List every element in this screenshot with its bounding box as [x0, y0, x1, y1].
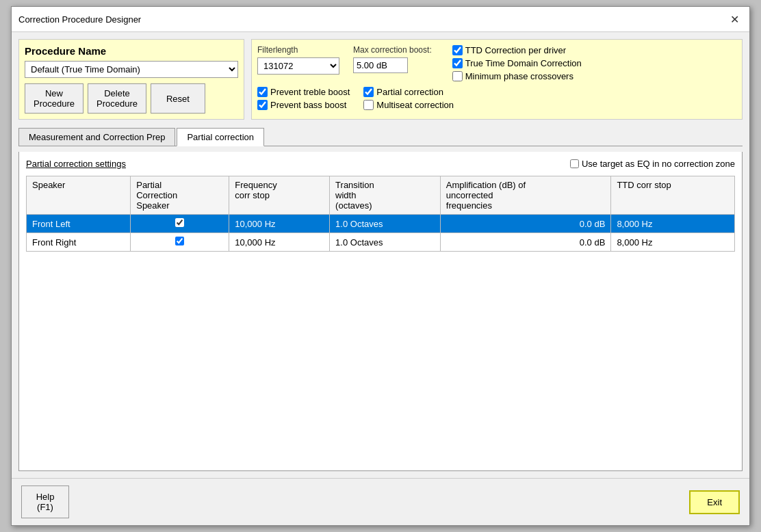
cell-partial-correction-speaker[interactable]	[131, 215, 229, 233]
procedure-name-label: Procedure Name	[25, 45, 238, 57]
prevent-bass-row: Prevent bass boost	[257, 100, 350, 110]
multiseat-row: Multiseat correction	[363, 100, 454, 110]
true-time-domain-checkbox[interactable]	[452, 58, 463, 68]
dialog-window: Correction Procedure Designer ✕ Procedur…	[11, 6, 750, 526]
true-time-domain-label: True Time Domain Correction	[465, 58, 582, 68]
tabs-row: Measurement and Correction Prep Partial …	[18, 128, 743, 146]
minimum-phase-row: Minimum phase crossovers	[452, 71, 582, 81]
filterlength-group: Filterlength 131072	[257, 45, 339, 81]
right-checkboxes: TTD Correction per driver True Time Doma…	[452, 45, 582, 81]
filterlength-row: 131072	[257, 57, 339, 75]
cell-amplification: 0.0 dB	[440, 215, 611, 233]
checkboxes-col2: Partial correction Multiseat correction	[363, 87, 454, 110]
partial-correction-label: Partial correction	[376, 87, 443, 97]
minimum-phase-label: Minimum phase crossovers	[465, 71, 573, 81]
ttd-correction-checkbox[interactable]	[452, 45, 463, 55]
partial-correction-header: Partial correction settings Use target a…	[26, 159, 735, 169]
filterlength-select[interactable]: 131072	[257, 57, 339, 75]
procedure-dropdown[interactable]: Default (True Time Domain)	[25, 61, 238, 78]
table-header-row: Speaker PartialCorrectionSpeaker Frequen…	[27, 176, 735, 215]
close-button[interactable]: ✕	[726, 11, 743, 27]
footer: Help(F1) Exit	[12, 478, 749, 525]
cell-ttd-corr-stop: 8,000 Hz	[611, 215, 735, 233]
col-speaker: Speaker	[27, 176, 131, 215]
new-procedure-button[interactable]: NewProcedure	[25, 83, 83, 114]
left-panel: Procedure Name Default (True Time Domain…	[18, 39, 244, 120]
cell-transition-width: 1.0 Octaves	[330, 215, 441, 233]
use-target-row: Use target as EQ in no correction zone	[570, 159, 735, 169]
maxboost-input[interactable]	[353, 57, 408, 73]
use-target-label: Use target as EQ in no correction zone	[582, 159, 735, 169]
row2-partial-checkbox[interactable]	[175, 237, 184, 245]
right-panel: Filterlength 131072 Max correction boost…	[251, 39, 743, 120]
use-target-checkbox[interactable]	[570, 159, 579, 168]
top-area: Procedure Name Default (True Time Domain…	[18, 39, 743, 120]
ttd-correction-label: TTD Correction per driver	[465, 45, 566, 55]
reset-button[interactable]: Reset	[151, 83, 205, 114]
speakers-table: Speaker PartialCorrectionSpeaker Frequen…	[26, 176, 735, 252]
col-amplification: Amplification (dB) ofuncorrectedfrequenc…	[440, 176, 611, 215]
filterlength-label: Filterlength	[257, 45, 339, 55]
cell-ttd-corr-stop: 8,000 Hz	[611, 233, 735, 252]
checkboxes-col1: Prevent treble boost Prevent bass boost	[257, 87, 350, 110]
maxboost-group: Max correction boost:	[353, 45, 432, 81]
cell-amplification: 0.0 dB	[440, 233, 611, 252]
title-bar: Correction Procedure Designer ✕	[12, 7, 749, 32]
help-button[interactable]: Help(F1)	[21, 486, 69, 518]
main-content: Procedure Name Default (True Time Domain…	[12, 32, 749, 478]
prevent-bass-label: Prevent bass boost	[270, 100, 346, 110]
cell-speaker: Front Left	[27, 215, 131, 233]
exit-button[interactable]: Exit	[689, 490, 740, 514]
true-time-domain-row: True Time Domain Correction	[452, 58, 582, 68]
minimum-phase-checkbox[interactable]	[452, 71, 463, 81]
col-transition-width: Transitionwidth(octaves)	[330, 176, 441, 215]
tab-measurement[interactable]: Measurement and Correction Prep	[18, 128, 175, 146]
col-frequency-cor-stop: Frequencycorr stop	[229, 176, 330, 215]
row1-partial-checkbox[interactable]	[175, 218, 184, 227]
procedure-dropdown-row: Default (True Time Domain)	[25, 61, 238, 78]
tab-partial-correction[interactable]: Partial correction	[177, 128, 264, 146]
cell-frequency-cor-stop: 10,000 Hz	[229, 233, 330, 252]
prevent-treble-row: Prevent treble boost	[257, 87, 350, 97]
button-row: NewProcedure DeleteProcedure Reset	[25, 83, 238, 114]
delete-procedure-button[interactable]: DeleteProcedure	[88, 83, 146, 114]
right-panel-top: Filterlength 131072 Max correction boost…	[257, 45, 736, 81]
partial-correction-title: Partial correction settings	[26, 159, 126, 169]
partial-correction-checkbox[interactable]	[363, 87, 374, 97]
prevent-treble-label: Prevent treble boost	[270, 87, 350, 97]
tab-content-partial: Partial correction settings Use target a…	[18, 152, 743, 471]
col-partial-correction-speaker: PartialCorrectionSpeaker	[131, 176, 229, 215]
col-ttd-corr-stop: TTD corr stop	[611, 176, 735, 215]
right-panel-checkboxes: Prevent treble boost Prevent bass boost …	[257, 87, 736, 110]
dialog-title: Correction Procedure Designer	[18, 14, 141, 25]
cell-speaker: Front Right	[27, 233, 131, 252]
ttd-correction-row: TTD Correction per driver	[452, 45, 582, 55]
maxboost-label: Max correction boost:	[353, 45, 432, 55]
table-row[interactable]: Front Left 10,000 Hz 1.0 Octaves 0.0 dB …	[27, 215, 735, 233]
prevent-treble-checkbox[interactable]	[257, 87, 268, 97]
multiseat-label: Multiseat correction	[376, 100, 454, 110]
partial-correction-row: Partial correction	[363, 87, 454, 97]
cell-transition-width: 1.0 Octaves	[330, 233, 441, 252]
table-row[interactable]: Front Right 10,000 Hz 1.0 Octaves 0.0 dB…	[27, 233, 735, 252]
multiseat-checkbox[interactable]	[363, 100, 374, 110]
cell-frequency-cor-stop: 10,000 Hz	[229, 215, 330, 233]
cell-partial-correction-speaker[interactable]	[131, 233, 229, 252]
prevent-bass-checkbox[interactable]	[257, 100, 268, 110]
